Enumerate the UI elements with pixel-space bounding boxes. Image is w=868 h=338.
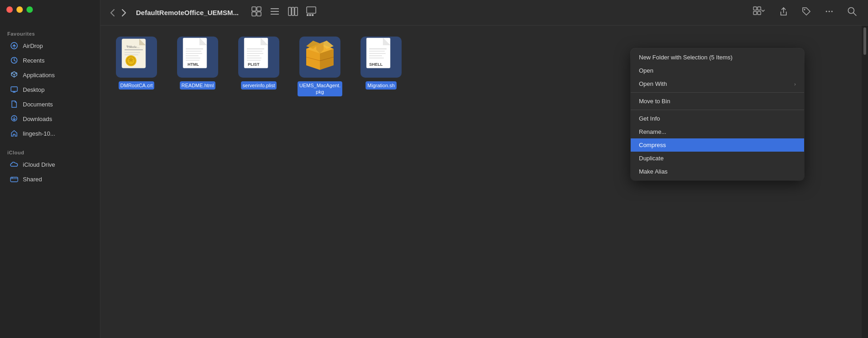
svg-rect-9 xyxy=(10,177,18,182)
shared-label: Shared xyxy=(23,176,42,183)
airdrop-icon xyxy=(10,42,18,50)
files-area: Certific... Root DMRootCA.crt xyxy=(100,26,868,338)
context-menu-rename[interactable]: Rename... xyxy=(631,125,804,138)
sidebar-item-airdrop[interactable]: AirDrop xyxy=(3,39,97,53)
svg-text:SHELL: SHELL xyxy=(369,62,383,67)
back-button[interactable] xyxy=(108,7,117,18)
file-migration[interactable]: SHELL Migration.sh xyxy=(356,37,406,90)
search-button[interactable] xyxy=(843,5,861,21)
svg-rect-11 xyxy=(252,7,256,11)
context-menu: New Folder with Selection (5 Items) Open… xyxy=(631,48,804,180)
shared-icon xyxy=(10,175,18,183)
svg-rect-21 xyxy=(307,7,316,13)
migration-icon-wrapper: SHELL xyxy=(361,37,402,78)
favourites-section-label: Favourites xyxy=(0,27,100,38)
scrollbar-thumb[interactable] xyxy=(863,27,866,55)
open-with-arrow: › xyxy=(794,81,796,87)
recents-label: Recents xyxy=(23,57,45,64)
sidebar: Favourites AirDrop Recents Applications … xyxy=(0,0,100,338)
context-menu-duplicate[interactable]: Duplicate xyxy=(631,152,804,165)
svg-rect-26 xyxy=(758,7,761,10)
serverinfo-icon-wrapper: PLIST xyxy=(238,37,279,78)
svg-text:PLIST: PLIST xyxy=(248,62,260,67)
svg-rect-19 xyxy=(292,7,294,16)
svg-line-34 xyxy=(853,13,856,16)
desktop-label: Desktop xyxy=(23,86,45,93)
context-menu-move-to-bin[interactable]: Move to Bin xyxy=(631,95,804,108)
icloud-drive-label: iCloud Drive xyxy=(23,161,55,168)
recents-icon xyxy=(10,56,18,64)
forward-button[interactable] xyxy=(119,7,129,18)
more-options-button[interactable] xyxy=(821,5,838,21)
view-list-button[interactable] xyxy=(266,5,283,21)
svg-point-30 xyxy=(826,11,827,12)
svg-rect-28 xyxy=(758,11,761,15)
context-menu-open-with[interactable]: Open With › xyxy=(631,77,804,90)
readme-label: README.html xyxy=(180,81,216,90)
separator-1 xyxy=(631,92,804,93)
sidebar-item-home[interactable]: lingesh-10... xyxy=(3,127,97,140)
svg-text:Root: Root xyxy=(126,45,132,48)
svg-rect-14 xyxy=(257,12,261,16)
file-dmrootca[interactable]: Certific... Root DMRootCA.crt xyxy=(111,37,162,90)
documents-label: Documents xyxy=(23,101,53,108)
uems-label: UEMS_MacAgent. pkg xyxy=(298,81,342,96)
minimize-button[interactable] xyxy=(16,6,23,13)
close-button[interactable] xyxy=(6,6,13,13)
svg-rect-4 xyxy=(11,87,17,91)
context-menu-get-info[interactable]: Get Info xyxy=(631,112,804,125)
view-columns-button[interactable] xyxy=(284,5,302,21)
applications-label: Applications xyxy=(23,72,55,79)
sidebar-item-documents[interactable]: Documents xyxy=(3,97,97,111)
serverinfo-label: serverinfo.plist xyxy=(241,81,277,90)
svg-point-29 xyxy=(804,9,805,11)
separator-2 xyxy=(631,110,804,110)
context-menu-compress[interactable]: Compress xyxy=(631,138,804,152)
downloads-icon xyxy=(10,115,18,123)
sidebar-item-recents[interactable]: Recents xyxy=(3,53,97,67)
file-uems[interactable]: UEMS_MacAgent. pkg xyxy=(295,37,345,96)
applications-icon xyxy=(10,71,18,79)
svg-point-31 xyxy=(829,11,830,12)
tag-button[interactable] xyxy=(798,5,815,21)
desktop-icon xyxy=(10,85,18,94)
migration-label: Migration.sh xyxy=(366,81,397,90)
sidebar-item-shared[interactable]: Shared xyxy=(3,172,97,186)
readme-icon-wrapper: HTML xyxy=(177,37,218,78)
view-gallery-button[interactable] xyxy=(303,5,320,21)
svg-rect-20 xyxy=(295,7,298,16)
dmrootca-label: DMRootCA.crt xyxy=(119,81,155,90)
svg-point-10 xyxy=(12,178,13,179)
grid-dropdown-button[interactable] xyxy=(749,5,769,21)
svg-point-32 xyxy=(831,11,833,12)
context-menu-new-folder[interactable]: New Folder with Selection (5 Items) xyxy=(631,51,804,64)
home-icon xyxy=(10,129,18,137)
svg-text:HTML: HTML xyxy=(188,62,199,67)
file-readme[interactable]: HTML README.html xyxy=(173,37,223,90)
svg-rect-13 xyxy=(252,12,256,16)
scrollbar[interactable] xyxy=(862,26,868,338)
file-serverinfo[interactable]: PLIST serverinfo.plist xyxy=(234,37,284,90)
svg-rect-12 xyxy=(257,7,261,11)
nav-buttons xyxy=(108,7,129,18)
svg-rect-22 xyxy=(307,14,309,16)
view-grid-button[interactable] xyxy=(248,5,265,21)
uems-icon-wrapper xyxy=(299,37,340,78)
svg-rect-18 xyxy=(288,7,291,16)
sidebar-item-downloads[interactable]: Downloads xyxy=(3,112,97,126)
sidebar-item-desktop[interactable]: Desktop xyxy=(3,83,97,96)
traffic-lights xyxy=(6,6,33,13)
context-menu-open[interactable]: Open xyxy=(631,64,804,77)
svg-rect-23 xyxy=(309,14,311,16)
main-area: DefaultRemoteOffice_UEMSM... xyxy=(100,0,868,338)
maximize-button[interactable] xyxy=(26,6,33,13)
dmrootca-icon-wrapper: Certific... Root xyxy=(116,37,157,78)
share-button[interactable] xyxy=(775,5,792,21)
home-label: lingesh-10... xyxy=(23,130,55,137)
airdrop-label: AirDrop xyxy=(23,42,43,49)
svg-rect-25 xyxy=(753,7,757,10)
sidebar-item-applications[interactable]: Applications xyxy=(3,68,97,82)
downloads-label: Downloads xyxy=(23,116,52,122)
context-menu-make-alias[interactable]: Make Alias xyxy=(631,165,804,178)
sidebar-item-icloud-drive[interactable]: iCloud Drive xyxy=(3,158,97,171)
